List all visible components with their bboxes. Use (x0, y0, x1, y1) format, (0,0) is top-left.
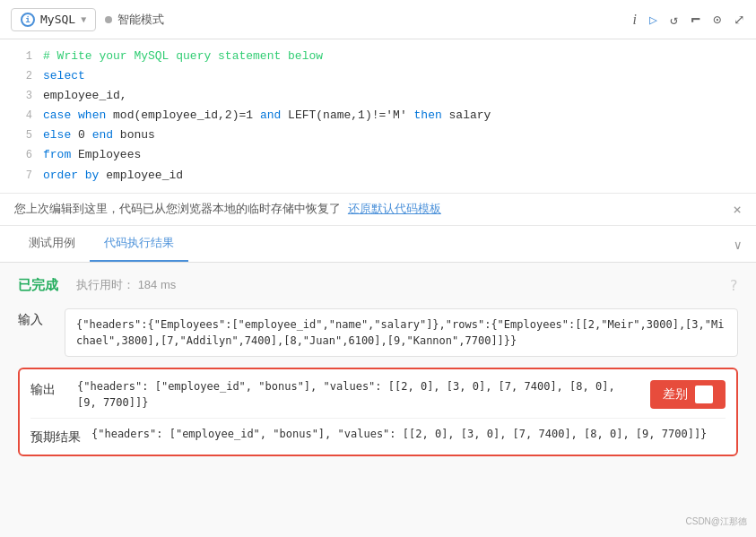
collapse-results-icon[interactable] (734, 234, 742, 253)
expand-icon[interactable]: ⤢ (734, 12, 745, 28)
reset-icon[interactable]: ↺ (670, 12, 678, 28)
diff-button[interactable]: 差别 (650, 380, 726, 409)
db-selector[interactable]: i MySQL ▼ (11, 8, 96, 31)
settings-icon[interactable]: ⊙ (713, 12, 721, 28)
tab-execution-results[interactable]: 代码执行结果 (90, 226, 188, 262)
diff-label: 差别 (663, 386, 688, 403)
restore-default-link[interactable]: 还原默认代码模板 (348, 202, 441, 215)
notification-bar: 您上次编辑到这里，代码已从您浏览器本地的临时存储中恢复了 还原默认代码模板 × (0, 193, 756, 226)
close-notification-button[interactable]: × (733, 201, 742, 218)
smart-dot-icon (105, 16, 112, 23)
expected-row: 预期结果 {"headers": ["employee_id", "bonus"… (30, 418, 726, 446)
results-area: 已完成 执行用时： 184 ms ? 输入 {"headers":{"Emplo… (0, 263, 756, 537)
tab-test-cases[interactable]: 测试用例 (14, 226, 90, 262)
output-value: {"headers": ["employee_id", "bonus"], "v… (77, 378, 639, 411)
smart-mode-label: 智能模式 (117, 12, 164, 28)
code-line-7: 7 order by employee_id (0, 166, 756, 186)
smart-mode: 智能模式 (105, 12, 164, 28)
code-editor[interactable]: 1 # Write your MySQL query statement bel… (0, 39, 756, 193)
input-value: {"headers":{"Employees":["employee_id","… (65, 308, 738, 357)
output-section: 输出 {"headers": ["employee_id", "bonus"],… (18, 368, 738, 456)
code-line-1: 1 # Write your MySQL query statement bel… (0, 47, 756, 66)
run-icon[interactable]: ▷ (649, 12, 657, 28)
info-icon[interactable]: i (633, 12, 637, 28)
tabs-bar: 测试用例 代码执行结果 (0, 226, 756, 263)
input-row: 输入 {"headers":{"Employees":["employee_id… (18, 308, 738, 357)
expected-value: {"headers": ["employee_id", "bonus"], "v… (91, 426, 726, 442)
status-row: 已完成 执行用时： 184 ms ? (18, 277, 738, 294)
code-line-4: 4 case when mod(employee_id,2)=1 and LEF… (0, 106, 756, 126)
app-container: i MySQL ▼ 智能模式 i ▷ ↺ ⌐ ⊙ ⤢ 1 # Write you… (0, 0, 756, 537)
toolbar-actions: i ▷ ↺ ⌐ ⊙ ⤢ (633, 10, 745, 29)
input-label: 输入 (18, 308, 54, 328)
diff-white-box (695, 385, 713, 403)
output-label: 输出 (30, 378, 66, 398)
toolbar: i MySQL ▼ 智能模式 i ▷ ↺ ⌐ ⊙ ⤢ (0, 0, 756, 39)
output-inner: 输出 {"headers": ["employee_id", "bonus"],… (30, 378, 726, 411)
code-line-2: 2 select (0, 66, 756, 86)
watermark: CSDN@江那德 (686, 515, 748, 528)
help-icon[interactable]: ? (729, 277, 738, 294)
output-content-wrap: {"headers": ["employee_id", "bonus"], "v… (77, 378, 639, 411)
chevron-down-icon: ▼ (81, 14, 86, 24)
code-line-3: 3 employee_id, (0, 86, 756, 106)
code-line-5: 5 else 0 end bonus (0, 126, 756, 145)
exec-time: 执行用时： 184 ms (76, 277, 176, 293)
notification-text: 您上次编辑到这里，代码已从您浏览器本地的临时存储中恢复了 还原默认代码模板 (14, 201, 441, 217)
status-complete: 已完成 (18, 277, 58, 294)
mysql-icon: i (21, 13, 35, 27)
code-line-6: 6 from Employees (0, 145, 756, 165)
expected-label: 预期结果 (30, 426, 81, 446)
db-label: MySQL (40, 13, 75, 26)
terminal-icon[interactable]: ⌐ (691, 10, 700, 29)
